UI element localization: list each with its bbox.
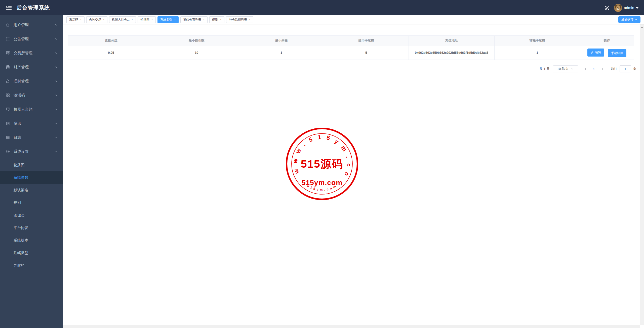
sidebar-item-logs[interactable]: 日志 (0, 130, 63, 145)
tab-robot-position[interactable]: 机器人持仓...× (109, 16, 136, 23)
stamp-bottom-arc-text: 515ym.com (306, 184, 337, 192)
main-area: 激活码× 合约交易× 机器人持仓...× 轮播图× 系统参数× 策略分页列表× … (63, 15, 644, 328)
close-icon[interactable]: × (220, 18, 222, 21)
close-icon[interactable]: × (103, 18, 105, 21)
sidebar-subitem-system-params[interactable]: 系统参数 (0, 171, 63, 184)
sidebar-item-exchange-management[interactable]: 交易所管理 (0, 46, 63, 60)
username-label: admin (624, 6, 634, 10)
presentation-icon (6, 51, 10, 55)
tab-activation-code[interactable]: 激活码× (66, 16, 85, 23)
document-icon (6, 121, 10, 126)
manual-settle-button[interactable]: 手动结算 (608, 49, 626, 57)
list-icon (6, 135, 10, 140)
col-actions: 操作 (580, 36, 634, 46)
tab-carousel[interactable]: 轮播图× (138, 16, 156, 23)
goto-label: 前往 (611, 67, 618, 71)
goto-page-input[interactable] (620, 65, 631, 72)
tabs-bar: 激活码× 合约交易× 机器人持仓...× 轮播图× 系统参数× 策略分页列表× … (63, 15, 644, 24)
sidebar-subitem-system-version[interactable]: 系统版本 (0, 234, 63, 247)
chevron-left-icon (584, 68, 587, 70)
table-header-row: 直推分红 最小提币数 最小余额 提币手续费 充值地址 转账手续费 操作 (68, 36, 634, 46)
close-icon[interactable]: × (151, 18, 153, 21)
cell-min-balance: 1 (239, 46, 324, 60)
top-header: 后台管理系统 (0, 0, 644, 15)
sidebar-subitem-carousel[interactable]: 轮播图 (0, 159, 63, 171)
sidebar-item-wealth-management[interactable]: 理财管理 (0, 74, 63, 88)
chevron-up-icon (55, 150, 58, 153)
chevron-down-icon (635, 18, 637, 21)
system-params-table: 直推分红 最小提币数 最小余额 提币手续费 充值地址 转账手续费 操作 (68, 36, 634, 60)
sidebar-subitem-platform-agreement[interactable]: 平台协议 (0, 221, 63, 234)
stamp-sub-text: 515ym.com (302, 178, 343, 186)
grid-icon (6, 93, 10, 98)
prev-page-button[interactable] (582, 65, 589, 72)
sidebar-subitem-admins[interactable]: 管理员 (0, 209, 63, 221)
cell-deposit-address: 0x962d603c659b162c202fd55d663f1d5d0db32a… (409, 46, 495, 60)
chevron-down-icon (571, 68, 574, 70)
col-direct-bonus: 直推分红 (68, 36, 154, 46)
horizontal-scrollbar[interactable] (63, 325, 640, 328)
tab-contract-trade[interactable]: 合约交易× (86, 16, 107, 23)
sidebar-item-robot-contract[interactable]: 机器人合约 (0, 102, 63, 116)
sidebar-fold-icon[interactable] (6, 5, 12, 10)
col-min-withdraw: 最小提币数 (154, 36, 239, 46)
svg-text:515ym.com: 515ym.com (306, 184, 337, 192)
close-icon[interactable]: × (131, 18, 133, 21)
stamp-center-text: 515源码 (301, 158, 343, 170)
chevron-down-icon (55, 108, 58, 111)
cell-withdraw-fee: 5 (324, 46, 409, 60)
tab-system-params[interactable]: 系统参数× (157, 16, 179, 23)
scroll-up-icon[interactable] (641, 26, 643, 28)
user-caret-down-icon (636, 7, 638, 9)
col-min-balance: 最小余额 (239, 36, 324, 46)
chevron-down-icon (55, 94, 58, 97)
sidebar-item-asset-management[interactable]: 财产管理 (0, 60, 63, 74)
sidebar-subitem-decline-type[interactable]: 跌幅类型 (0, 247, 63, 259)
sidebar-item-activation-code[interactable]: 激活码 (0, 88, 63, 102)
pagination-total: 共 1 条 (539, 67, 550, 71)
fullscreen-icon[interactable] (605, 5, 610, 11)
tag-options-button[interactable]: 标签选项 (618, 16, 640, 23)
close-icon[interactable]: × (249, 18, 251, 21)
col-withdraw-fee: 提币手续费 (324, 36, 409, 46)
next-page-button[interactable] (599, 65, 606, 72)
system-params-table-card: 直推分红 最小提币数 最小余额 提币手续费 充值地址 转账手续费 操作 (68, 35, 634, 60)
watermark-stamp: www.515ym.com 515源码 515ym.com 515ym.com (285, 127, 359, 201)
tab-margin-call-list[interactable]: 补仓跌幅列表× (226, 16, 253, 23)
chevron-right-icon (601, 68, 604, 70)
sidebar-item-announcement-management[interactable]: 公告管理 (0, 32, 63, 46)
sidebar-subitem-default-strategy[interactable]: 默认策略 (0, 184, 63, 196)
sidebar-subitem-rules[interactable]: 规则 (0, 196, 63, 209)
chevron-down-icon (55, 23, 58, 26)
topbar-right: admin (605, 4, 638, 12)
table-row: 0.05 10 1 5 0x962d603c659b162c202fd55d66… (68, 46, 634, 60)
sidebar-item-user-management[interactable]: 用户管理 (0, 18, 63, 32)
svg-text:www.515ym.com: www.515ym.com (285, 127, 352, 177)
sidebar: 用户管理 公告管理 交易所管理 财产管理 理财管理 (0, 15, 63, 328)
chevron-down-icon (55, 66, 58, 69)
vertical-scrollbar[interactable] (640, 24, 644, 325)
home-icon (6, 23, 10, 27)
sidebar-item-news[interactable]: 资讯 (0, 116, 63, 130)
cell-direct-bonus: 0.05 (68, 46, 154, 60)
sidebar-subitem-navbar[interactable]: 导航栏 (0, 259, 63, 272)
user-menu[interactable]: admin (614, 4, 638, 12)
close-icon[interactable]: × (203, 18, 205, 21)
page-number-1[interactable]: 1 (590, 67, 598, 71)
database-icon (6, 65, 10, 69)
presentation-icon (6, 107, 10, 112)
sidebar-item-system-settings[interactable]: 系统设置 (0, 145, 63, 159)
page-size-select[interactable]: 10条/页 (553, 65, 578, 72)
col-deposit-address: 充值地址 (409, 36, 495, 46)
user-avatar[interactable] (614, 4, 622, 12)
app-title: 后台管理系统 (17, 4, 50, 11)
chevron-down-icon (55, 52, 58, 55)
gear-icon (6, 149, 10, 154)
edit-button[interactable]: 编辑 (587, 49, 604, 57)
close-icon[interactable]: × (80, 18, 82, 21)
cell-transfer-fee: 1 (495, 46, 580, 60)
goto-page-group: 前往 页 (611, 65, 637, 72)
tab-strategy-page-list[interactable]: 策略分页列表× (180, 16, 208, 23)
tab-rules[interactable]: 规则× (209, 16, 224, 23)
close-icon[interactable]: × (174, 18, 176, 21)
